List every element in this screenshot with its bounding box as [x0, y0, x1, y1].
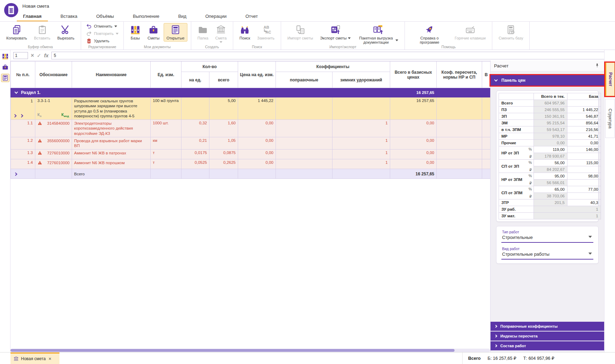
winter-coef-cell[interactable]: 1 — [332, 150, 390, 159]
percent-current-value[interactable]: 95,00 — [534, 173, 567, 180]
sidebar-briefcase-icon[interactable] — [1, 63, 9, 71]
unit-cell[interactable]: 100 м3 грунта — [151, 97, 181, 120]
pin-icon[interactable] — [594, 63, 600, 68]
ruble-current-value[interactable]: 56 566,01 — [534, 180, 567, 186]
qty-total-cell[interactable]: 5,00 — [209, 97, 238, 120]
app-logo-icon[interactable] — [3, 2, 19, 18]
name-cell[interactable]: Электродетонаторы короткозамедленного де… — [72, 120, 151, 137]
qty-per-unit-cell[interactable] — [181, 97, 209, 120]
row-number-cell[interactable]: 1.2 — [11, 137, 35, 150]
side-tab-structure[interactable]: Структура — [605, 99, 615, 138]
ruble-current-value[interactable]: 178 930,67 — [534, 153, 567, 160]
price-base-value[interactable]: 41,71 — [567, 133, 601, 140]
base-total-cell[interactable]: 0,00 — [390, 159, 437, 169]
kp-badge[interactable]: Кп — [37, 112, 42, 118]
correction-coef-cell[interactable] — [276, 137, 332, 150]
price-base-value[interactable]: 546,87 — [567, 113, 601, 120]
price-current-value[interactable]: 978,10 — [534, 133, 567, 140]
close-icon[interactable]: × — [49, 356, 51, 362]
section-recalc-indexes[interactable]: Индексы пересчета — [491, 332, 604, 341]
ribbon-button-Копировать[interactable]: Копировать — [3, 23, 30, 42]
grand-total-row[interactable]: Всего16 257,65 — [11, 169, 491, 179]
menu-tab-Главная[interactable]: Главная — [22, 12, 42, 21]
price-current-value[interactable]: 95 215,54 — [534, 120, 567, 126]
menu-tab-Объёмы[interactable]: Объёмы — [95, 12, 115, 21]
unit-cell[interactable]: т — [151, 150, 181, 159]
base-total-cell[interactable]: 0,00 — [390, 137, 437, 150]
unit-cell[interactable]: км — [151, 137, 181, 150]
ribbon-button-Поиск[interactable]: Поиск — [237, 23, 253, 42]
formula-input[interactable] — [51, 52, 609, 59]
cut-cell[interactable] — [482, 150, 491, 159]
percent-base-value[interactable]: 115,00 — [567, 160, 601, 166]
row-number-cell[interactable]: 1.3 — [11, 150, 35, 159]
price-current-value[interactable]: 604 957,96 — [534, 100, 567, 107]
side-tab-calculation[interactable]: Расчет — [605, 63, 615, 96]
base-total-cell[interactable]: 16 257,65 — [390, 97, 437, 120]
resource-row[interactable]: 1.23556000000Провода для взрывных работ … — [11, 137, 491, 150]
ribbon-button-Справка о программе[interactable]: Справка о программе — [408, 23, 450, 46]
price-current-value[interactable]: 246 555,55 — [534, 107, 567, 113]
work-type-dropdown[interactable]: Тип работ Строительные — [501, 229, 593, 243]
sidebar-open-docs-icon[interactable] — [1, 74, 9, 82]
ruble-base-value[interactable] — [567, 166, 601, 173]
ribbon-button-Вырезать[interactable]: Вырезать — [55, 23, 77, 42]
price-base-value[interactable]: 40,3 — [567, 199, 601, 206]
correction-coef-cell[interactable] — [276, 159, 332, 169]
menu-tab-Отчет[interactable]: Отчет — [245, 12, 259, 21]
work-row[interactable]: 13.3-1-1КпКиндРазрыхление скальных грунт… — [11, 97, 491, 120]
cancel-edit-icon[interactable]: × — [31, 53, 34, 58]
chevron-right-icon[interactable] — [14, 172, 17, 176]
name-cell[interactable]: Аммонит N6 ЖВ порошком — [72, 159, 151, 169]
cut-cell[interactable] — [482, 159, 491, 169]
kind-badge[interactable]: Кинд — [61, 112, 69, 118]
chevron-right-icon[interactable] — [13, 114, 17, 118]
horizontal-scrollbar-thumb[interactable] — [10, 349, 455, 352]
resource-row[interactable]: 1.37276010000Аммонит N6 ЖВ в патронахт0,… — [11, 150, 491, 159]
horizontal-scrollbar[interactable] — [10, 349, 490, 352]
menu-tab-Вставка[interactable]: Вставка — [60, 12, 78, 21]
chevron-down-icon[interactable] — [395, 39, 398, 41]
section-work-composition[interactable]: Состав работ — [491, 341, 604, 350]
base-total-cell[interactable]: 0,00 — [390, 150, 437, 159]
justification-cell[interactable]: 3145840000 — [35, 120, 72, 137]
expander-cell[interactable] — [11, 169, 35, 179]
section-correction-coefficients[interactable]: Поправочные коэффициенты — [491, 322, 604, 331]
name-cell[interactable]: Аммонит N6 ЖВ в патронах — [72, 150, 151, 159]
unit-cell[interactable]: 1000 шт. — [151, 120, 181, 137]
percent-base-value[interactable]: 77,00 — [567, 186, 601, 193]
sidebar-binders-icon[interactable] — [1, 52, 9, 60]
percent-current-value[interactable]: 119,00 — [534, 146, 567, 153]
price-base-value[interactable]: 1 445,22 — [567, 107, 601, 113]
ribbon-button-Открытые[interactable]: Открытые — [164, 23, 187, 42]
section-total-cell[interactable]: 16 257,65 — [390, 88, 437, 97]
row-number-cell[interactable]: 1 — [11, 97, 35, 120]
recalc-coef-cell[interactable] — [437, 150, 482, 159]
menu-tab-Операции[interactable]: Операции — [205, 12, 227, 21]
ruble-base-value[interactable] — [567, 193, 601, 199]
resource-row[interactable]: 1.13145840000Электродетонаторы короткоза… — [11, 120, 491, 137]
ribbon-button-Отменить[interactable]: Отменить — [85, 23, 119, 30]
qty-total-cell[interactable]: 0,0875 — [209, 150, 238, 159]
recalc-coef-cell[interactable] — [437, 97, 482, 120]
price-base-value[interactable] — [567, 100, 601, 107]
ribbon-button-Удалить[interactable]: Удалить — [85, 38, 111, 44]
price-current-value[interactable]: 201,5 — [534, 199, 567, 206]
document-tab[interactable]: Новая смета × — [10, 352, 59, 364]
unit-price-cell[interactable]: 0,00 — [238, 150, 276, 159]
unit-price-cell[interactable]: 0,00 — [238, 159, 276, 169]
percent-base-value[interactable]: 98,00 — [567, 173, 601, 180]
ruble-current-value[interactable]: 84 202,67 — [534, 166, 567, 173]
unit-price-cell[interactable]: 0,00 — [238, 137, 276, 150]
recalc-coef-cell[interactable] — [437, 137, 482, 150]
price-current-value[interactable]: 0,00 — [534, 140, 567, 146]
correction-coef-cell[interactable] — [276, 120, 332, 137]
winter-coef-cell[interactable]: 1 — [332, 159, 390, 169]
menu-tab-Вид[interactable]: Вид — [178, 12, 187, 21]
percent-current-value[interactable]: 56,00 — [534, 160, 567, 166]
chevron-down-icon[interactable] — [15, 90, 18, 94]
recalc-coef-cell[interactable] — [437, 120, 482, 137]
ruble-base-value[interactable] — [567, 180, 601, 186]
ruble-base-value[interactable] — [567, 153, 601, 160]
chevron-down-icon[interactable] — [348, 37, 351, 39]
